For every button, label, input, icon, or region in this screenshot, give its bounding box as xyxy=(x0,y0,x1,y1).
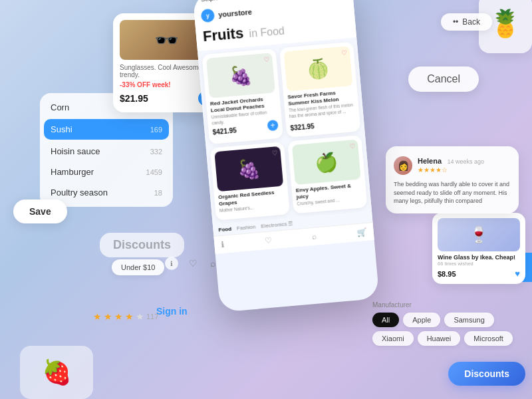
menu-item-label: Hamburger xyxy=(51,167,94,177)
reviewer-time: 14 weeks ago xyxy=(448,158,485,165)
star-1: ★ xyxy=(93,311,102,322)
wine-image: 🍷 xyxy=(438,218,520,251)
wine-price: $8.95 xyxy=(438,270,456,278)
manufacturer-chip-microsoft[interactable]: Microsoft xyxy=(464,331,513,346)
products-grid: 🍇 ♡ Red Jacket Orchards Local Donut Peac… xyxy=(198,37,372,225)
info-icon[interactable]: ℹ xyxy=(165,257,178,270)
category-fashion[interactable]: Fashion xyxy=(237,223,256,231)
nav-search[interactable]: ⌕ xyxy=(312,231,317,241)
nav-info[interactable]: ℹ xyxy=(221,239,225,249)
back-button[interactable]: •• Back xyxy=(441,13,492,31)
manufacturer-chip-xiaomi[interactable]: Xiaomi xyxy=(372,331,414,346)
page-title-main: Fruits xyxy=(202,25,244,45)
wine-card: 🍷 Wine Glass by Ikea. Cheap! 66 times wi… xyxy=(432,213,525,284)
menu-item-label: Sushi xyxy=(51,124,72,134)
menu-item-label: Hoisin sauce xyxy=(51,146,100,156)
sunglasses-discount: -33% OFF week! xyxy=(120,81,213,88)
sign-in-button[interactable]: Sign in xyxy=(156,306,188,317)
menu-item-label: Poultry season xyxy=(51,188,108,198)
product-price-2: $321.95 xyxy=(290,122,315,132)
manufacturer-label: Manufacturer xyxy=(372,301,525,309)
menu-item-hoisin[interactable]: Hoisin sauce 332 xyxy=(40,141,173,162)
favorites-icon[interactable]: ♡ xyxy=(189,258,198,269)
menu-item-count: 332 xyxy=(150,148,162,156)
product-card-4[interactable]: 🍏 ♡ Envy Apples. Sweet & juicy Crunchy, … xyxy=(287,135,367,213)
save-button[interactable]: Save xyxy=(13,200,67,223)
manufacturer-chips: All Apple Samsung Xiaomi Huawei Microsof… xyxy=(372,313,525,346)
under-ten-filter[interactable]: Under $10 xyxy=(112,259,164,275)
dots-icon: •• xyxy=(453,17,458,27)
product-card-3[interactable]: 🍇 ♡ Organic Red Seedless Grapes Mother N… xyxy=(210,142,290,220)
nav-heart[interactable]: ♡ xyxy=(264,235,272,245)
menu-item-sushi[interactable]: Sushi 169 xyxy=(44,119,169,140)
page-title-sub: in Food xyxy=(249,25,285,40)
product-heart-2[interactable]: ♡ xyxy=(341,49,348,57)
wine-sub: 66 times wished xyxy=(438,261,520,267)
menu-item-count: 169 xyxy=(150,126,162,134)
review-stars: ★★★★☆ xyxy=(418,166,484,174)
discount-banner: Discounts xyxy=(100,233,184,257)
reviewer-name: Helena xyxy=(418,157,442,165)
star-2: ★ xyxy=(104,311,112,322)
product-card-2[interactable]: 🍈 ♡ Savor Fresh Farms Summer Kiss Melon … xyxy=(279,42,360,138)
manufacturer-chip-samsung[interactable]: Samsung xyxy=(444,313,493,327)
network-label: Setproduct xyxy=(201,0,230,3)
search-icon[interactable]: ⌕ xyxy=(210,258,215,269)
menu-item-label: Corn xyxy=(51,102,69,112)
bottom-fruit-image: 🍓 xyxy=(20,346,93,399)
manufacturer-chip-huawei[interactable]: Huawei xyxy=(418,331,461,346)
product-heart-1[interactable]: ♡ xyxy=(263,56,270,64)
star-3: ★ xyxy=(114,311,123,322)
wine-heart-icon[interactable]: ♥ xyxy=(515,269,520,279)
add-product-1-button[interactable]: + xyxy=(267,120,279,131)
store-logo: y xyxy=(201,9,215,23)
menu-item-count: 1459 xyxy=(146,168,162,176)
store-name: yourstore xyxy=(218,8,253,19)
menu-item-poultry[interactable]: Poultry season 18 xyxy=(40,182,173,203)
product-price-1: $421.95 xyxy=(212,126,237,136)
reviewer-avatar: 👩 xyxy=(394,156,412,175)
wine-name: Wine Glass by Ikea. Cheap! xyxy=(438,254,520,261)
cancel-button[interactable]: Cancel xyxy=(408,66,479,92)
category-food[interactable]: Food xyxy=(218,225,231,233)
back-label: Back xyxy=(462,17,480,27)
discounts-button[interactable]: Discounts xyxy=(448,362,525,386)
sunglasses-price: $21.95 xyxy=(120,93,148,104)
menu-item-hamburger[interactable]: Hamburger 1459 xyxy=(40,162,173,182)
star-5: ★ xyxy=(136,311,144,322)
star-4: ★ xyxy=(125,311,134,322)
review-count: 117 xyxy=(146,313,158,321)
nav-cart[interactable]: 🛒 xyxy=(356,227,367,237)
stars-rating-widget: ★ ★ ★ ★ ★ 117 xyxy=(93,311,158,322)
category-electronics[interactable]: Electronics ☰ xyxy=(261,220,293,229)
product-heart-3[interactable]: ♡ xyxy=(271,149,278,157)
menu-item-count: 18 xyxy=(154,189,162,197)
review-header: 👩 Helena 14 weeks ago ★★★★☆ xyxy=(394,154,511,176)
phone-mockup: Setproduct 9:41 AM 58% y yourstore Fruit… xyxy=(193,0,380,313)
review-card: 👩 Helena 14 weeks ago ★★★★☆ The bedding … xyxy=(386,146,519,213)
manufacturer-filter: Manufacturer All Apple Samsung Xiaomi Hu… xyxy=(372,301,525,346)
review-text: The bedding was hardly able to cover it … xyxy=(394,180,511,205)
product-card-1[interactable]: 🍇 ♡ Red Jacket Orchards Local Donut Peac… xyxy=(202,49,283,144)
manufacturer-chip-apple[interactable]: Apple xyxy=(403,313,440,327)
manufacturer-chip-all[interactable]: All xyxy=(372,313,399,327)
product-heart-4[interactable]: ♡ xyxy=(349,142,356,150)
